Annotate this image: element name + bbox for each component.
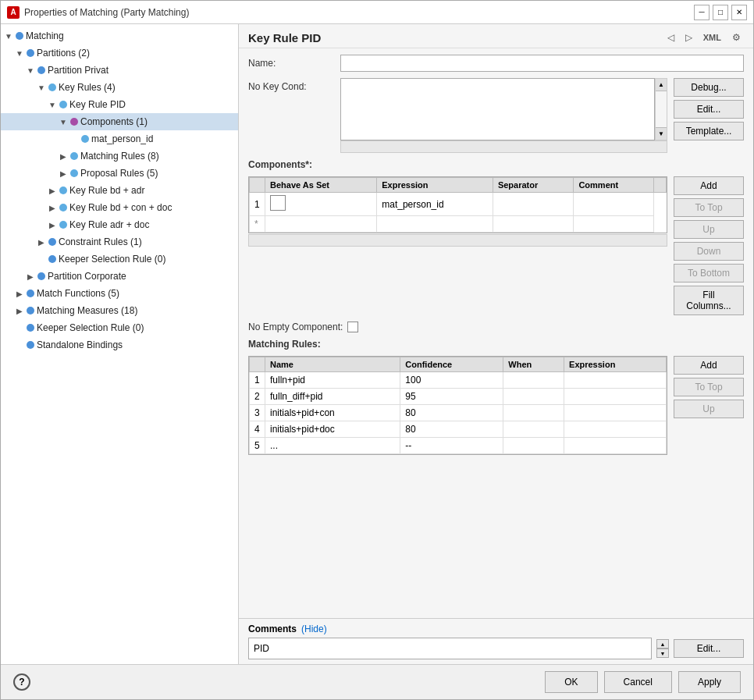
table-row[interactable]: *	[250, 216, 667, 233]
expander-key-rule-pid[interactable]: ▼	[48, 100, 57, 109]
spin-down-button[interactable]: ▼	[656, 648, 669, 658]
label-keeper-selection-rule-main: Keeper Selection Rule (0)	[37, 321, 144, 335]
window-title: Properties of Matching (Party Matching)	[24, 7, 189, 18]
components-totop-button[interactable]: To Top	[674, 198, 744, 217]
tree-item-key-rules-4[interactable]: ▼Key Rules (4)	[1, 79, 238, 96]
scroll-up-arrow[interactable]: ▲	[656, 79, 667, 91]
expander-key-rule-bd-adr[interactable]: ▶	[48, 186, 57, 195]
no-key-cond-label: No Key Cond:	[248, 78, 334, 92]
expander-matching[interactable]: ▼	[4, 31, 13, 41]
tree-item-match-functions-5[interactable]: ▶Match Functions (5)	[1, 285, 238, 302]
back-icon-button[interactable]: ◁	[664, 30, 678, 44]
components-fillcols-button[interactable]: Fill Columns...	[674, 286, 744, 315]
behave-as-set-checkbox[interactable]	[270, 195, 286, 211]
tree-item-matching[interactable]: ▼Matching	[1, 27, 238, 44]
spin-up-button[interactable]: ▲	[656, 639, 669, 648]
ok-button[interactable]: OK	[545, 671, 597, 693]
mr-col-confidence: Confidence	[400, 357, 503, 372]
comments-edit-button[interactable]: Edit...	[674, 639, 744, 658]
col-comment-cell	[574, 193, 654, 216]
mr-totop-button[interactable]: To Top	[674, 378, 744, 396]
tree-item-partitions[interactable]: ▼Partitions (2)	[1, 44, 238, 62]
table-row[interactable]: 3initials+pid+con80	[250, 405, 667, 421]
mr-add-button[interactable]: Add	[674, 356, 744, 375]
components-down-button[interactable]: Down	[674, 242, 744, 261]
col-scroll	[654, 178, 667, 193]
left-panel: ▼Matching▼Partitions (2)▼Partition Priva…	[1, 24, 239, 664]
mr-up-button[interactable]: Up	[674, 400, 744, 418]
mr-col-when: When	[503, 357, 564, 372]
expander-partition-privat[interactable]: ▼	[26, 66, 35, 75]
debug-button[interactable]: Debug...	[674, 78, 744, 97]
expander-matching-rules-8[interactable]: ▶	[59, 151, 68, 161]
expander-keeper-selection-rule-0[interactable]	[37, 254, 46, 264]
gear-icon-button[interactable]: ⚙	[729, 30, 744, 44]
tree-item-keeper-selection-rule-0[interactable]: Keeper Selection Rule (0)	[1, 251, 238, 268]
expander-key-rules-4[interactable]: ▼	[37, 83, 46, 92]
tree-item-key-rule-bd-con-doc[interactable]: ▶Key Rule bd + con + doc	[1, 199, 238, 216]
no-key-cond-textarea[interactable]	[340, 78, 655, 140]
app-icon: A	[7, 6, 20, 19]
expander-partition-corporate[interactable]: ▶	[26, 272, 35, 281]
maximize-button[interactable]: □	[713, 5, 728, 20]
minimize-button[interactable]: ─	[694, 5, 710, 20]
expander-mat-person-id[interactable]	[69, 134, 79, 144]
apply-button[interactable]: Apply	[678, 671, 741, 693]
components-add-button[interactable]: Add	[674, 176, 744, 195]
table-row[interactable]: 1fulln+pid100	[250, 372, 667, 389]
expander-matching-measures-18[interactable]: ▶	[15, 306, 24, 315]
components-tobottom-button[interactable]: To Bottom	[674, 264, 744, 282]
table-row[interactable]: 1mat_person_id	[250, 193, 667, 216]
matching-rules-section: Name Confidence When Expression 1fulln+p…	[248, 356, 744, 455]
tree-item-components-1[interactable]: ▼Components (1)	[1, 113, 238, 130]
tree-item-partition-corporate[interactable]: ▶Partition Corporate	[1, 268, 238, 285]
matching-rules-table: Name Confidence When Expression 1fulln+p…	[249, 357, 667, 454]
no-empty-checkbox[interactable]	[347, 322, 358, 332]
cancel-button[interactable]: Cancel	[604, 671, 672, 693]
mr-row-confidence: 95	[400, 389, 503, 405]
help-button[interactable]: ?	[13, 673, 30, 691]
table-row[interactable]: 2fulln_diff+pid95	[250, 389, 667, 405]
table-row[interactable]: 4initials+pid+doc80	[250, 421, 667, 438]
tree-item-mat-person-id[interactable]: mat_person_id	[1, 130, 238, 147]
expander-match-functions-5[interactable]: ▶	[15, 289, 24, 298]
edit-button[interactable]: Edit...	[674, 100, 744, 119]
xml-button[interactable]: XML	[700, 31, 724, 44]
expander-key-rule-adr-doc[interactable]: ▶	[48, 220, 57, 229]
name-input[interactable]	[340, 55, 744, 72]
hide-link[interactable]: (Hide)	[301, 624, 327, 634]
tree-item-matching-measures-18[interactable]: ▶Matching Measures (18)	[1, 302, 238, 319]
tree-item-standalone-bindings[interactable]: Standalone Bindings	[1, 336, 238, 354]
expander-partitions[interactable]: ▼	[15, 48, 24, 58]
tree-item-matching-rules-8[interactable]: ▶Matching Rules (8)	[1, 147, 238, 165]
table-row[interactable]: 5...--	[250, 438, 667, 454]
expander-standalone-bindings[interactable]	[15, 340, 24, 350]
expander-key-rule-bd-con-doc[interactable]: ▶	[48, 203, 57, 212]
dot-partition-corporate	[37, 272, 45, 280]
label-match-functions-5: Match Functions (5)	[37, 286, 119, 300]
tree-item-key-rule-pid[interactable]: ▼Key Rule PID	[1, 96, 238, 113]
col-num	[250, 178, 265, 193]
tree-item-keeper-selection-rule-main[interactable]: Keeper Selection Rule (0)	[1, 319, 238, 336]
expander-components-1[interactable]: ▼	[59, 117, 68, 126]
components-up-button[interactable]: Up	[674, 220, 744, 239]
tree-item-partition-privat[interactable]: ▼Partition Privat	[1, 62, 238, 79]
tree-item-key-rule-bd-adr[interactable]: ▶Key Rule bd + adr	[1, 182, 238, 199]
expander-constraint-rules-1[interactable]: ▶	[37, 237, 46, 247]
close-button[interactable]: ✕	[731, 5, 747, 20]
expander-keeper-selection-rule-main[interactable]	[15, 323, 24, 332]
dot-components-1	[70, 118, 78, 126]
forward-icon-button[interactable]: ▷	[682, 30, 695, 44]
comments-input[interactable]	[248, 638, 652, 659]
tree-item-key-rule-adr-doc[interactable]: ▶Key Rule adr + doc	[1, 216, 238, 233]
mr-row-expression	[564, 389, 667, 405]
label-partitions: Partitions (2)	[37, 46, 90, 60]
scroll-down-arrow[interactable]: ▼	[656, 127, 667, 140]
mr-row-num: 5	[250, 438, 265, 454]
textarea-hscroll	[340, 140, 667, 153]
expander-proposal-rules-5[interactable]: ▶	[59, 169, 68, 178]
tree-item-constraint-rules-1[interactable]: ▶Constraint Rules (1)	[1, 233, 238, 251]
mr-row-num: 2	[250, 389, 265, 405]
tree-item-proposal-rules-5[interactable]: ▶Proposal Rules (5)	[1, 165, 238, 182]
template-button[interactable]: Template...	[674, 122, 744, 140]
